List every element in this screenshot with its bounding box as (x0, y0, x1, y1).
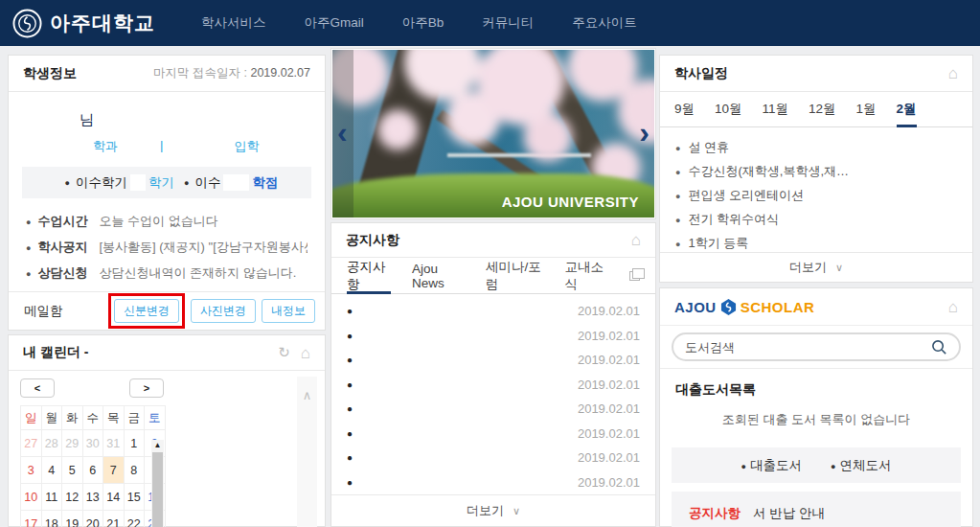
home-icon[interactable]: ⌂ (301, 345, 310, 361)
tab-seminar-forum[interactable]: 세미나/포럼 (486, 258, 544, 293)
day-cell[interactable]: 15 (124, 484, 145, 511)
day-cell[interactable]: 27 (21, 430, 42, 457)
notices-panel: 공지사항 ⌂ 공지사항 Ajou News 세미나/포럼 교내소식 ●2019.… (330, 222, 656, 527)
notice-item[interactable]: ●2019.02.01 (347, 373, 640, 398)
day-cell[interactable]: 31 (103, 430, 125, 457)
tab-month-1[interactable]: 1월 (856, 92, 877, 126)
day-cell[interactable]: 14 (103, 484, 125, 511)
day-cell[interactable]: 30 (82, 430, 103, 457)
calendar-week-1: 27 28 29 30 31 1 2 (21, 430, 166, 457)
schedule-item[interactable]: ●설 연휴 (675, 139, 957, 163)
mailbox-footer: 메일함 신분변경 사진변경 내정보 (9, 291, 325, 330)
tab-month-10[interactable]: 10월 (715, 92, 742, 126)
scholar-brand[interactable]: AJOU SCHOLAR (674, 299, 814, 315)
loaned-books-link[interactable]: ●대출도서 (741, 457, 802, 474)
mailbox-label[interactable]: 메일함 (24, 303, 63, 320)
schedule-item[interactable]: ●전기 학위수여식 (675, 211, 957, 235)
tab-month-9[interactable]: 9월 (674, 92, 695, 126)
day-cell[interactable]: 29 (62, 430, 83, 457)
carousel-prev-icon[interactable]: ‹ (337, 117, 348, 148)
chevron-up-icon[interactable]: ∧ (303, 388, 312, 527)
photo-carousel: AJOU UNIVERSITY ‹ › (330, 48, 656, 219)
dept-label: 학과 (93, 138, 118, 155)
home-icon[interactable]: ⌂ (631, 232, 641, 248)
schedule-item[interactable]: ●수강신청(재학생,복학생,재… (675, 163, 957, 187)
schedule-list-scrollbar[interactable]: ∧ (297, 377, 317, 527)
tab-month-12[interactable]: 12월 (809, 92, 836, 126)
book-search-input[interactable] (685, 340, 931, 355)
notice-item[interactable]: ●2019.02.01 (347, 397, 640, 422)
notice-item[interactable]: ●2019.02.01 (347, 348, 640, 373)
day-cell[interactable]: 3 (21, 457, 42, 484)
day-cell[interactable]: 1 (124, 430, 145, 457)
my-info-button[interactable]: 내정보 (262, 299, 315, 323)
day-cell[interactable]: 13 (82, 484, 103, 511)
academic-notice-row[interactable]: ● 학사공지 [봉사활동] (재공지) "[강남구자원봉사센터]… (26, 239, 308, 264)
home-icon[interactable]: ⌂ (948, 65, 958, 81)
scroll-up-icon[interactable]: ▲ (154, 440, 162, 451)
menu-community[interactable]: 커뮤니티 (482, 14, 534, 32)
scrollbar-thumb[interactable] (152, 452, 163, 527)
schedule-more-button[interactable]: 더보기 ∨ (660, 252, 972, 282)
search-icon[interactable] (931, 339, 947, 355)
day-cell[interactable]: 11 (41, 484, 62, 511)
today-cell[interactable]: 7 (103, 457, 125, 484)
library-notice-bar[interactable]: 공지사항 서 반납 안내 (672, 492, 961, 527)
refresh-icon[interactable]: ↻ (278, 344, 290, 361)
admission-label: 입학 (234, 138, 259, 155)
calendar-scrollbar[interactable]: ▲ (151, 440, 164, 527)
tab-campus-news[interactable]: 교내소식 (565, 258, 609, 293)
library-notice-label: 공지사항 (689, 505, 741, 522)
photo-caption: AJOU UNIVERSITY (502, 194, 639, 210)
semester-label: 이수학기 (76, 174, 127, 192)
chevron-down-icon: ∨ (835, 262, 843, 274)
tab-ajou-news[interactable]: Ajou News (412, 258, 465, 293)
tab-month-11[interactable]: 11월 (763, 92, 789, 126)
day-cell[interactable]: 21 (103, 511, 125, 527)
calendar-next-button[interactable]: > (129, 378, 164, 398)
student-info-title: 학생정보 (23, 65, 77, 82)
top-navbar: 아주대학교 학사서비스 아주Gmail 아주Bb 커뮤니티 주요사이트 (0, 0, 980, 46)
my-calendar-panel: 내 캘린더 - ↻ ⌂ < > 일 월 화 수 목 금 토 (8, 334, 326, 527)
day-cell[interactable]: 8 (124, 457, 145, 484)
tab-notices[interactable]: 공지사항 (347, 258, 391, 293)
day-cell[interactable]: 22 (124, 511, 145, 527)
notice-item[interactable]: ●2019.02.01 (347, 422, 640, 447)
notice-item[interactable]: ●2019.02.01 (347, 470, 640, 495)
day-cell[interactable]: 19 (62, 511, 83, 527)
day-cell[interactable]: 18 (41, 511, 62, 527)
calendar-prev-button[interactable]: < (20, 378, 55, 398)
home-icon[interactable]: ⌂ (948, 299, 958, 315)
menu-ajou-gmail[interactable]: 아주Gmail (305, 14, 364, 32)
overdue-books-link[interactable]: ●연체도서 (831, 457, 891, 474)
carousel-next-icon[interactable]: › (639, 117, 650, 148)
counsel-request-row[interactable]: ● 상담신청 상담신청내역이 존재하지 않습니다. (26, 264, 308, 290)
day-cell[interactable]: 10 (21, 484, 42, 511)
portal-page: 아주대학교 학사서비스 아주Gmail 아주Bb 커뮤니티 주요사이트 학생정보… (0, 0, 980, 527)
day-cell[interactable]: 5 (62, 457, 83, 484)
schedule-item[interactable]: ●편입생 오리엔테이션 (675, 187, 957, 211)
identity-change-button[interactable]: 신분변경 (114, 299, 179, 323)
day-cell[interactable]: 4 (41, 457, 62, 484)
day-cell[interactable]: 28 (41, 430, 62, 457)
notice-list: ●2019.02.01 ●2019.02.01 ●2019.02.01 ●201… (331, 294, 655, 494)
day-cell[interactable]: 17 (21, 511, 42, 527)
class-time-row[interactable]: ● 수업시간 오늘 수업이 없습니다 (26, 213, 308, 239)
photo-change-button[interactable]: 사진변경 (191, 299, 256, 323)
student-status-list: ● 수업시간 오늘 수업이 없습니다 ● 학사공지 [봉사활동] (재공지) "… (9, 213, 325, 290)
day-cell[interactable]: 12 (62, 484, 83, 511)
day-cell[interactable]: 6 (82, 457, 103, 484)
notice-item[interactable]: ●2019.02.01 (347, 299, 640, 324)
menu-academic-services[interactable]: 학사서비스 (201, 14, 266, 32)
loan-books-title: 대출도서목록 (660, 369, 972, 399)
credit-summary-box: ● 이수학기 학기 ● 이수 학점 (22, 167, 311, 198)
menu-major-sites[interactable]: 주요사이트 (572, 14, 637, 32)
university-logo-text[interactable]: 아주대학교 (50, 10, 155, 36)
day-cell[interactable]: 20 (82, 511, 103, 527)
notice-item[interactable]: ●2019.02.01 (347, 324, 640, 349)
tab-month-2[interactable]: 2월 (897, 92, 917, 126)
menu-ajou-bb[interactable]: 아주Bb (402, 14, 444, 32)
notice-item[interactable]: ●2019.02.01 (347, 446, 640, 470)
notices-more-button[interactable]: 더보기 ∨ (331, 494, 655, 526)
popup-windows-icon[interactable] (629, 271, 640, 281)
